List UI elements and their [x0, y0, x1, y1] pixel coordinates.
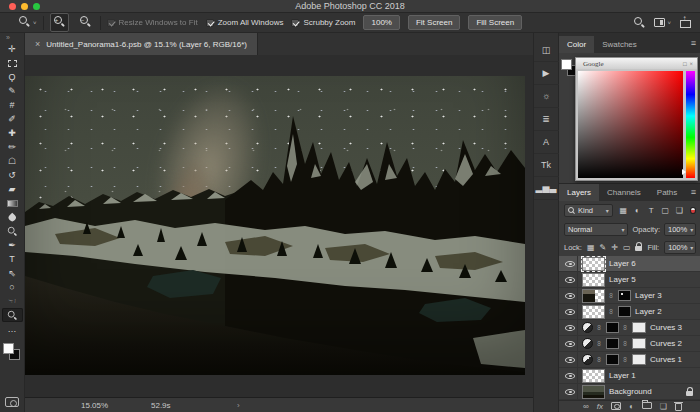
lock-all-icon[interactable] [635, 243, 642, 253]
blur-tool[interactable] [2, 210, 23, 224]
mask-link-icon[interactable]: ∞ [596, 357, 603, 362]
hue-slider[interactable] [686, 71, 695, 178]
mask-link-icon[interactable]: ∞ [608, 309, 615, 314]
eraser-tool[interactable]: ▰ [2, 182, 23, 196]
filter-pixel-layers-icon[interactable]: ▦ [618, 206, 629, 215]
lock-artboard-icon[interactable]: ▭ [623, 243, 631, 252]
dodge-tool[interactable] [2, 224, 23, 238]
layer-name[interactable]: Curves 2 [650, 339, 682, 348]
pen-tool[interactable]: ✒ [2, 238, 23, 252]
layer-name[interactable]: Background [609, 387, 652, 396]
zoom-out-button[interactable]: − [77, 14, 94, 31]
mask-link-icon[interactable]: ∞ [596, 325, 603, 330]
layer-row[interactable]: Background [559, 384, 700, 400]
visibility-toggle[interactable] [563, 368, 578, 383]
filter-adjustment-layers-icon[interactable]: ◐ [632, 206, 643, 215]
foreground-color-swatch[interactable] [3, 343, 14, 354]
layer-row[interactable]: ∞ ∞ Curves 3 [559, 320, 700, 336]
layer-row[interactable]: Layer 5 [559, 272, 700, 288]
move-tool[interactable]: ✛ [2, 42, 23, 56]
document-canvas-image[interactable] [25, 76, 525, 375]
filter-smart-objects-icon[interactable]: ❏ [674, 206, 685, 215]
zoom-in-button[interactable]: + [50, 13, 69, 32]
actions-panel-icon[interactable]: ▶ [534, 62, 559, 85]
layer-row[interactable]: ∞ Layer 2 [559, 304, 700, 320]
foreground-color-swatch[interactable] [561, 59, 572, 70]
curves-adjustment-icon[interactable] [582, 322, 593, 333]
tab-swatches[interactable]: Swatches [594, 36, 645, 53]
lock-transparency-icon[interactable]: ▦ [587, 243, 595, 252]
histogram-panel-icon[interactable]: ▂▅▃ [534, 177, 559, 200]
layer-name[interactable]: Curves 3 [650, 323, 682, 332]
layer-thumbnail[interactable] [582, 305, 605, 319]
mask-link-icon[interactable]: ∞ [622, 325, 629, 330]
fill-screen-button[interactable]: Fill Screen [468, 15, 522, 30]
layer-name[interactable]: Layer 2 [635, 307, 662, 316]
visibility-toggle[interactable] [563, 336, 578, 351]
vector-mask-thumbnail[interactable] [632, 338, 646, 349]
brush-tool[interactable]: ✏ [2, 140, 23, 154]
add-mask-button[interactable] [611, 402, 621, 412]
vector-mask-thumbnail[interactable] [632, 322, 646, 333]
path-selection-tool[interactable]: ⇖ [2, 266, 23, 280]
visibility-toggle[interactable] [563, 256, 578, 271]
glyphs-panel-icon[interactable]: A [534, 131, 559, 154]
visibility-toggle[interactable] [563, 272, 578, 287]
hue-slider-pointer[interactable] [682, 169, 686, 175]
opacity-field[interactable]: 100% ▾ [664, 223, 696, 236]
rectangular-marquee-tool[interactable] [2, 56, 23, 70]
google-window-titlebar[interactable]: Google □ × [576, 58, 697, 69]
layer-row[interactable]: ∞ Layer 3 [559, 288, 700, 304]
quick-selection-tool[interactable]: ✎ [2, 84, 23, 98]
document-tab[interactable]: × Untitled_Panorama1-6.psb @ 15.1% (Laye… [25, 33, 258, 55]
blend-mode-dropdown[interactable]: Normal ▾ [564, 223, 628, 236]
background-lock-icon[interactable] [686, 391, 693, 396]
layer-name[interactable]: Curves 1 [650, 355, 682, 364]
visibility-toggle[interactable] [563, 352, 578, 367]
layer-row[interactable]: ∞ ∞ Curves 2 [559, 336, 700, 352]
filter-shape-layers-icon[interactable]: ▢ [660, 206, 671, 215]
lock-paint-icon[interactable]: ✎ [600, 243, 607, 252]
tab-channels[interactable]: Channels [599, 184, 649, 201]
checkbox-icon[interactable] [206, 19, 214, 27]
vector-mask-thumbnail[interactable] [632, 354, 646, 365]
mask-link-icon[interactable]: ∞ [608, 293, 615, 298]
history-brush-tool[interactable]: ↺ [2, 168, 23, 182]
layer-name[interactable]: Layer 3 [635, 291, 662, 300]
layer-name[interactable]: Layer 1 [609, 371, 636, 380]
layer-thumbnail[interactable] [582, 385, 605, 399]
new-layer-button[interactable]: ❏ [660, 402, 667, 411]
tab-paths[interactable]: Paths [649, 184, 685, 201]
panel-menu-icon[interactable]: ≡ [691, 187, 696, 197]
type-tool[interactable]: T [2, 252, 23, 266]
layer-row[interactable]: Layer 1 [559, 368, 700, 384]
hand-tool[interactable]: ☜ [2, 294, 23, 308]
gradient-tool[interactable] [2, 196, 23, 210]
tab-color[interactable]: Color [559, 36, 594, 53]
checkbox-icon[interactable] [291, 19, 299, 27]
typekit-panel-icon[interactable]: Tk [534, 154, 559, 177]
layer-mask-thumbnail[interactable] [606, 322, 619, 333]
layer-thumbnail[interactable] [582, 257, 605, 271]
saturation-brightness-picker[interactable] [578, 71, 683, 178]
panel-menu-icon[interactable]: ≡ [691, 38, 696, 48]
layer-mask-thumbnail[interactable] [606, 354, 619, 365]
visibility-toggle[interactable] [563, 288, 578, 303]
layer-name[interactable]: Layer 6 [609, 259, 636, 268]
delete-layer-button[interactable] [675, 400, 682, 412]
fit-screen-button[interactable]: Fit Screen [408, 15, 460, 30]
share-icon[interactable] [680, 17, 690, 28]
layer-mask-thumbnail[interactable] [618, 306, 631, 317]
collapse-tools-icon[interactable]: » [0, 33, 10, 42]
eyedropper-tool[interactable]: ✐ [2, 112, 23, 126]
quick-mask-button[interactable] [5, 397, 19, 407]
edit-toolbar-button[interactable]: … [2, 322, 23, 336]
zoom-tool[interactable] [2, 308, 23, 322]
layer-style-button[interactable]: fx [597, 402, 603, 411]
close-tab-icon[interactable]: × [35, 39, 40, 49]
layer-thumbnail[interactable] [582, 273, 605, 287]
zoom-100-button[interactable]: 100% [363, 15, 399, 30]
fill-field[interactable]: 100% ▾ [664, 241, 696, 254]
status-flyout-chevron-icon[interactable]: › [237, 401, 240, 410]
layer-mask-thumbnail[interactable] [618, 290, 631, 301]
